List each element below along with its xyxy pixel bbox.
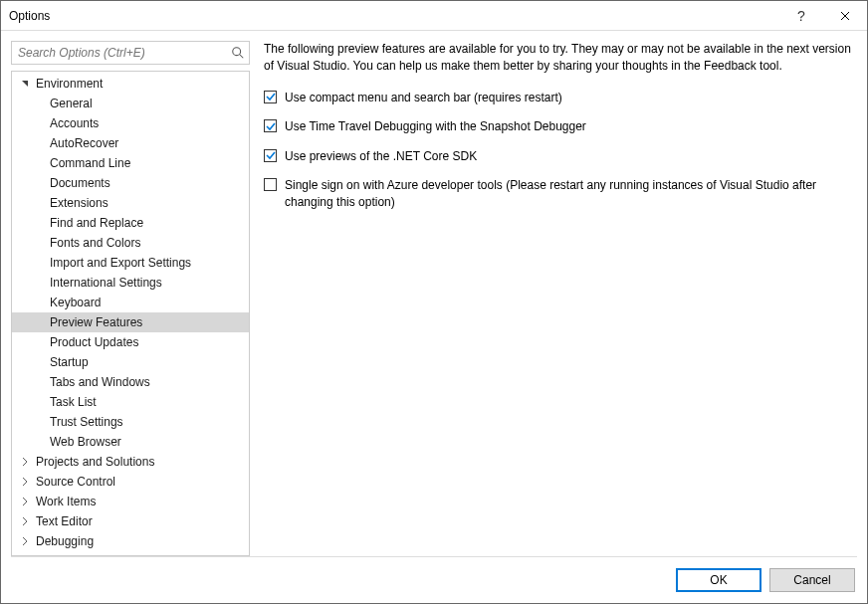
tree-child-preview-features[interactable]: Preview Features — [12, 312, 249, 332]
search-icon — [231, 46, 245, 60]
tree-item-label: Trust Settings — [48, 415, 123, 429]
panel-description: The following preview features are avail… — [264, 41, 853, 76]
tree-node-text-editor[interactable]: Text Editor — [12, 511, 249, 531]
checkbox[interactable] — [264, 119, 277, 132]
tree-node-work-items[interactable]: Work Items — [12, 492, 249, 511]
option-row-1: Use Time Travel Debugging with the Snaps… — [264, 118, 853, 135]
tree-item-label: Documents — [48, 176, 110, 190]
tree-item-label: Fonts and Colors — [48, 236, 140, 250]
tree-item-label: Projects and Solutions — [34, 455, 154, 469]
tree-child-extensions[interactable]: Extensions — [12, 193, 249, 213]
tree-child-import-and-export-settings[interactable]: Import and Export Settings — [12, 253, 249, 273]
close-button[interactable] — [823, 1, 867, 31]
checkbox[interactable] — [264, 91, 277, 103]
tree-child-accounts[interactable]: Accounts — [12, 113, 249, 133]
tree-item-label: Import and Export Settings — [48, 256, 191, 270]
tree-scroll[interactable]: EnvironmentGeneralAccountsAutoRecoverCom… — [12, 72, 249, 555]
tree-item-label: AutoRecover — [48, 136, 118, 150]
window-title: Options — [9, 9, 779, 23]
tree-child-general[interactable]: General — [12, 94, 249, 113]
option-label: Single sign on with Azure developer tool… — [285, 177, 853, 212]
tree-child-find-and-replace[interactable]: Find and Replace — [12, 213, 249, 233]
tree-child-command-line[interactable]: Command Line — [12, 153, 249, 173]
chevron-right-icon[interactable] — [18, 534, 32, 548]
content-area: EnvironmentGeneralAccountsAutoRecoverCom… — [1, 31, 867, 556]
tree-item-label: Command Line — [48, 156, 130, 170]
option-label: Use compact menu and search bar (require… — [285, 90, 853, 106]
chevron-right-icon[interactable] — [18, 514, 32, 528]
tree-node-projects-and-solutions[interactable]: Projects and Solutions — [12, 452, 249, 472]
right-panel: The following preview features are avail… — [264, 41, 857, 556]
options-tree: EnvironmentGeneralAccountsAutoRecoverCom… — [11, 71, 250, 556]
ok-button[interactable]: OK — [676, 568, 761, 592]
search-input[interactable] — [16, 45, 231, 61]
tree-child-international-settings[interactable]: International Settings — [12, 273, 249, 293]
tree-child-web-browser[interactable]: Web Browser — [12, 432, 249, 452]
dialog-footer: OK Cancel — [1, 557, 867, 603]
search-box[interactable] — [11, 41, 250, 65]
tree-item-label: Environment — [34, 77, 103, 91]
tree-item-label: Text Editor — [34, 514, 93, 528]
checkbox[interactable] — [264, 178, 277, 191]
tree-child-trust-settings[interactable]: Trust Settings — [12, 412, 249, 432]
tree-item-label: Find and Replace — [48, 216, 143, 230]
tree-child-documents[interactable]: Documents — [12, 173, 249, 193]
option-row-3: Single sign on with Azure developer tool… — [264, 177, 853, 212]
check-icon — [266, 92, 276, 101]
titlebar: Options ? — [1, 1, 867, 31]
option-row-0: Use compact menu and search bar (require… — [264, 90, 853, 106]
left-panel: EnvironmentGeneralAccountsAutoRecoverCom… — [11, 41, 250, 556]
tree-item-label: Extensions — [48, 196, 108, 210]
chevron-down-icon[interactable] — [18, 77, 32, 91]
tree-item-label: Task List — [48, 395, 97, 409]
tree-item-label: International Settings — [48, 276, 162, 290]
tree-child-fonts-and-colors[interactable]: Fonts and Colors — [12, 233, 249, 253]
option-label: Use previews of the .NET Core SDK — [285, 148, 853, 165]
chevron-right-icon[interactable] — [18, 455, 32, 469]
cancel-button[interactable]: Cancel — [769, 568, 855, 592]
tree-item-label: Accounts — [48, 116, 99, 130]
tree-item-label: Tabs and Windows — [48, 375, 150, 389]
checkbox[interactable] — [264, 149, 277, 162]
check-icon — [266, 150, 276, 160]
tree-item-label: Web Browser — [48, 435, 121, 449]
tree-child-task-list[interactable]: Task List — [12, 392, 249, 412]
svg-point-0 — [233, 48, 241, 56]
tree-item-label: General — [48, 97, 93, 110]
option-row-2: Use previews of the .NET Core SDK — [264, 148, 853, 165]
tree-child-product-updates[interactable]: Product Updates — [12, 332, 249, 352]
check-icon — [266, 121, 276, 131]
tree-node-debugging[interactable]: Debugging — [12, 531, 249, 551]
help-icon: ? — [797, 8, 805, 24]
chevron-right-icon[interactable] — [18, 495, 32, 508]
tree-item-label: Keyboard — [48, 296, 101, 309]
svg-line-1 — [240, 55, 244, 59]
preview-options-list: Use compact menu and search bar (require… — [264, 90, 853, 224]
help-button[interactable]: ? — [779, 1, 823, 31]
tree-item-label: Source Control — [34, 475, 115, 489]
tree-item-label: Preview Features — [48, 315, 142, 329]
tree-item-label: Debugging — [34, 534, 94, 548]
tree-child-keyboard[interactable]: Keyboard — [12, 293, 249, 312]
tree-node-environment[interactable]: Environment — [12, 74, 249, 94]
tree-node-source-control[interactable]: Source Control — [12, 472, 249, 492]
tree-item-label: Startup — [48, 355, 89, 369]
tree-child-startup[interactable]: Startup — [12, 352, 249, 372]
tree-item-label: Product Updates — [48, 335, 138, 349]
option-label: Use Time Travel Debugging with the Snaps… — [285, 118, 853, 135]
tree-child-autorecover[interactable]: AutoRecover — [12, 133, 249, 153]
chevron-right-icon[interactable] — [18, 475, 32, 489]
tree-child-tabs-and-windows[interactable]: Tabs and Windows — [12, 372, 249, 392]
tree-item-label: Work Items — [34, 495, 96, 508]
close-icon — [840, 11, 850, 21]
